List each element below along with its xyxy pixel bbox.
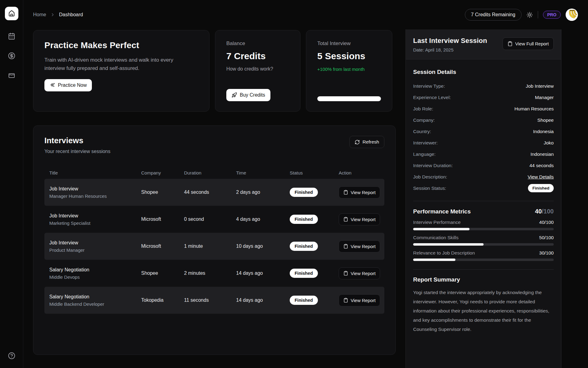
metric-value: 30/100 — [539, 250, 554, 256]
metric-bar-fill — [413, 228, 469, 230]
balance-value: 7 Credits — [226, 51, 289, 61]
report-summary-title: Report Summary — [413, 276, 554, 283]
total-interview-progress — [317, 96, 381, 101]
detail-value: Human Resources — [514, 106, 554, 112]
view-report-label: View Report — [351, 298, 375, 303]
view-report-button[interactable]: View Report — [339, 213, 380, 225]
row-title: Salary Negotiation — [49, 266, 136, 274]
metric-label: Relevance to Job Description — [413, 250, 475, 256]
column-status: Status — [285, 170, 334, 175]
credits-remaining-pill[interactable]: 7 Credits Remaining — [465, 9, 522, 21]
detail-row: Country: Indonesia — [413, 126, 554, 137]
theme-toggle-button[interactable] — [526, 12, 533, 18]
sidebar-item-billing[interactable] — [8, 52, 15, 59]
view-report-button[interactable]: View Report — [339, 240, 380, 252]
metric-relevance: Relevance to Job Description 30/100 — [413, 250, 554, 261]
clipboard-icon — [343, 244, 348, 249]
total-interview-delta: +100% from last month — [317, 67, 381, 72]
metric-label: Communication Skills — [413, 235, 458, 240]
interviews-card: Interviews Your recent interview session… — [33, 125, 396, 355]
practice-now-button[interactable]: Practice Now — [44, 79, 92, 91]
report-summary-text: Yogi started the interview appropriately… — [413, 288, 554, 334]
detail-label: Company: — [413, 117, 435, 123]
status-badge: Finished — [290, 242, 318, 251]
row-time: 4 days ago — [231, 217, 285, 222]
breadcrumb-home[interactable]: Home — [33, 12, 46, 17]
detail-label: Job Description: — [413, 174, 447, 180]
overall-score-value: 40 — [535, 208, 542, 215]
clipboard-icon — [343, 190, 348, 195]
detail-value: Indonesian — [530, 151, 554, 157]
buy-credits-button[interactable]: Buy Credits — [226, 89, 270, 101]
sidebar-item-home[interactable] — [5, 7, 18, 20]
credits-help-link[interactable]: How do credits work? — [226, 66, 289, 72]
user-avatar[interactable] — [566, 9, 578, 21]
session-details-title: Session Details — [413, 69, 554, 75]
metric-bar — [413, 228, 554, 230]
clipboard-icon — [507, 41, 513, 46]
balance-card: Balance 7 Credits How do credits work? — [215, 30, 300, 112]
row-title: Job Interview — [49, 185, 136, 193]
metric-bar-fill — [413, 259, 455, 261]
row-company: Microsoft — [136, 217, 179, 222]
detail-label: Job Role: — [413, 106, 433, 112]
view-details-link[interactable]: View Details — [528, 174, 554, 180]
refresh-button[interactable]: Refresh — [349, 136, 384, 148]
refresh-label: Refresh — [363, 139, 379, 145]
practice-card-title: Practice Makes Perfect — [44, 40, 198, 50]
detail-label: Language: — [413, 151, 435, 157]
row-company: Tokopedia — [136, 297, 179, 303]
row-duration: 11 seconds — [179, 297, 231, 303]
main-area: Home Dashboard 7 Credits Remaining PRO — [23, 0, 588, 368]
clipboard-icon — [343, 271, 348, 276]
table-row: Job Interview Manager Human Resources Sh… — [44, 179, 384, 206]
row-subtitle: Manager Human Resources — [49, 193, 136, 200]
view-report-button[interactable]: View Report — [339, 186, 380, 198]
interviews-table: Title Company Duration Time Status Actio… — [44, 167, 384, 314]
detail-value: Manager — [535, 95, 554, 100]
breadcrumb: Home Dashboard — [33, 12, 83, 17]
topbar-divider — [538, 11, 538, 18]
row-time: 14 days ago — [231, 297, 285, 303]
view-report-button[interactable]: View Report — [339, 267, 380, 279]
last-session-header: Last Interview Session Date: April 18, 2… — [406, 29, 561, 59]
detail-label: Interviewer: — [413, 140, 438, 146]
detail-label: Interview Duration: — [413, 163, 453, 168]
clipboard-icon — [343, 298, 348, 303]
detail-row-job-description: Job Description: View Details — [413, 171, 554, 182]
view-full-report-button[interactable]: View Full Report — [503, 37, 554, 50]
sidebar-item-schedule[interactable] — [8, 33, 15, 40]
sidebar-item-wallet[interactable] — [8, 72, 15, 79]
detail-label: Interview Type: — [413, 83, 445, 89]
row-subtitle: Middle Devops — [49, 274, 136, 281]
balance-label: Balance — [226, 40, 289, 47]
detail-row: Language: Indonesian — [413, 148, 554, 160]
sidebar-item-help[interactable] — [8, 352, 15, 359]
row-time: 10 days ago — [231, 243, 285, 249]
metric-label: Interview Performance — [413, 220, 461, 225]
table-row: Job Interview Marketing Specialist Micro… — [44, 206, 384, 233]
status-badge: Finished — [290, 188, 318, 197]
row-duration: 44 seconds — [179, 190, 231, 195]
overall-score-max: /100 — [542, 208, 554, 215]
practice-card: Practice Makes Perfect Train with AI-dri… — [33, 30, 209, 112]
view-report-label: View Report — [351, 217, 375, 222]
clipboard-icon — [343, 217, 348, 222]
view-report-button[interactable]: View Report — [339, 294, 380, 306]
last-session-title: Last Interview Session — [413, 37, 487, 45]
last-session-date: Date: April 18, 2025 — [413, 47, 487, 52]
sun-icon — [526, 12, 533, 18]
row-title: Job Interview — [49, 239, 136, 247]
view-full-report-label: View Full Report — [515, 41, 549, 46]
practice-card-description: Train with AI-driven mock interviews and… — [44, 56, 191, 72]
detail-label: Session Status: — [413, 186, 446, 191]
total-interview-value: 5 Sessions — [317, 51, 381, 61]
table-header: Title Company Duration Time Status Actio… — [44, 167, 384, 179]
detail-value: Joko — [544, 140, 554, 146]
table-row: Salary Negotiation Middle Backend Develo… — [44, 287, 384, 314]
metric-bar — [413, 259, 554, 261]
practice-now-label: Practice Now — [58, 82, 87, 88]
total-interview-progress-fill — [317, 96, 381, 101]
banana-avatar-image — [566, 9, 578, 21]
right-gutter — [561, 29, 588, 368]
